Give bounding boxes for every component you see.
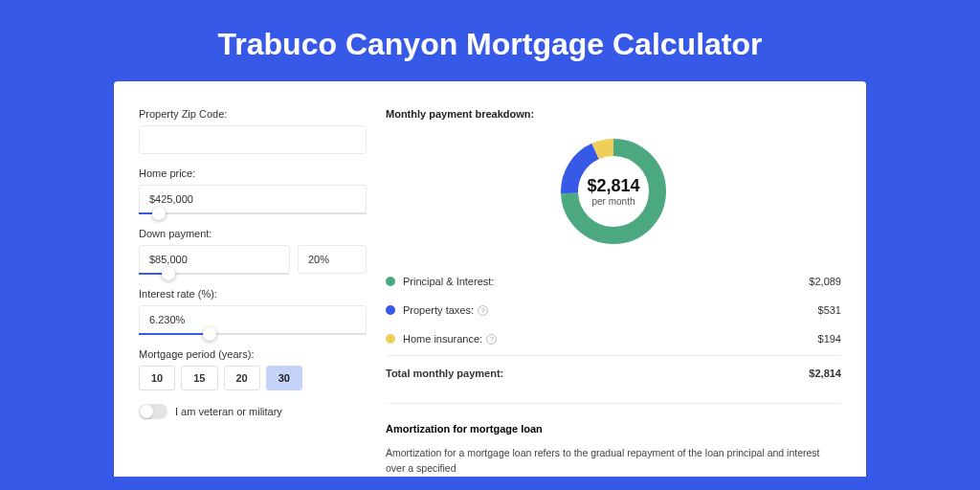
interest-input[interactable] [139,305,367,334]
amortization-section: Amortization for mortgage loan Amortizat… [386,403,841,477]
legend-value: $194 [818,333,841,345]
legend-dot [386,277,395,286]
legend-label: Principal & Interest: [403,276,809,287]
breakdown-header: Monthly payment breakdown: [386,108,841,120]
info-icon[interactable]: ? [478,305,488,316]
breakdown-column: Monthly payment breakdown: $2,814 per mo… [386,108,841,477]
calculator-card: Property Zip Code: Home price: Down paym… [114,81,866,477]
veteran-toggle[interactable] [139,404,167,419]
legend-row-insurance: Home insurance:?$194 [386,324,841,353]
period-btn-10[interactable]: 10 [139,366,175,390]
period-label: Mortgage period (years): [139,348,367,360]
zip-label: Property Zip Code: [139,108,367,120]
period-options: 10152030 [139,366,367,390]
page-title: Trabuco Canyon Mortgage Calculator [0,0,980,81]
legend-label: Home insurance:? [403,333,818,345]
inputs-column: Property Zip Code: Home price: Down paym… [139,108,367,477]
legend-row-principal: Principal & Interest:$2,089 [386,267,841,296]
toggle-knob [140,405,153,418]
amortization-title: Amortization for mortgage loan [386,423,841,434]
veteran-label: I am veteran or military [175,406,282,417]
total-row: Total monthly payment: $2,814 [386,355,841,388]
period-field: Mortgage period (years): 10152030 [139,348,367,390]
down-payment-slider-thumb[interactable] [162,267,175,280]
interest-label: Interest rate (%): [139,288,367,300]
donut-chart: $2,814 per month [555,133,672,250]
total-label: Total monthly payment: [386,368,809,379]
donut-center: $2,814 per month [555,133,672,250]
legend-dot [386,305,395,315]
legend-row-taxes: Property taxes:?$531 [386,296,841,324]
period-btn-30[interactable]: 30 [266,366,302,390]
interest-slider-thumb[interactable] [203,327,216,341]
donut-amount: $2,814 [587,176,639,196]
zip-input[interactable] [139,125,367,154]
legend-value: $531 [818,304,841,316]
down-payment-slider[interactable] [139,273,289,275]
home-price-slider-thumb[interactable] [152,207,166,220]
donut-chart-wrap: $2,814 per month [386,133,841,250]
home-price-label: Home price: [139,167,367,179]
down-payment-amount-input[interactable] [139,245,290,274]
info-icon[interactable]: ? [486,334,497,345]
home-price-slider[interactable] [139,212,367,214]
zip-field: Property Zip Code: [139,108,367,154]
veteran-row: I am veteran or military [139,404,367,419]
legend-value: $2,089 [809,276,841,287]
legend-dot [386,334,395,344]
down-payment-percent-input[interactable] [298,245,367,274]
amortization-text: Amortization for a mortgage loan refers … [386,446,841,477]
interest-slider[interactable] [139,333,367,335]
down-payment-label: Down payment: [139,228,367,239]
down-payment-field: Down payment: [139,228,367,275]
legend: Principal & Interest:$2,089Property taxe… [386,267,841,353]
total-value: $2,814 [809,368,841,379]
home-price-field: Home price: [139,167,367,214]
interest-field: Interest rate (%): [139,288,367,335]
period-btn-20[interactable]: 20 [224,366,260,390]
period-btn-15[interactable]: 15 [181,366,217,390]
donut-sub: per month [591,196,635,207]
legend-label: Property taxes:? [403,304,818,316]
home-price-input[interactable] [139,185,367,213]
